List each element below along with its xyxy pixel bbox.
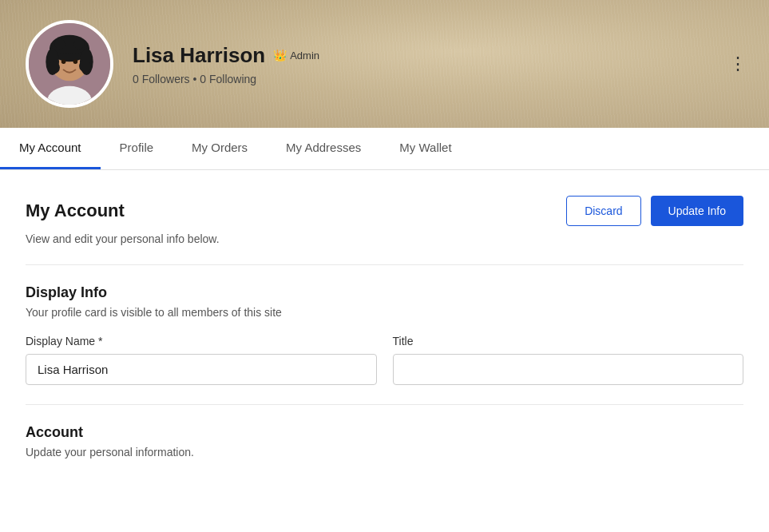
tab-my-wallet[interactable]: My Wallet [380, 128, 470, 169]
display-name-input[interactable] [26, 354, 377, 385]
more-icon: ⋮ [729, 54, 747, 73]
more-options-button[interactable]: ⋮ [723, 47, 753, 81]
avatar [26, 20, 113, 108]
admin-label: Admin [290, 50, 319, 62]
svg-point-10 [54, 38, 65, 49]
svg-point-11 [74, 38, 85, 49]
display-info-title: Display Info [26, 284, 743, 301]
tab-my-addresses[interactable]: My Addresses [267, 128, 380, 169]
user-name-container: Lisa Harrison 👑 Admin [133, 43, 319, 68]
account-section-title: Account [26, 424, 743, 441]
admin-badge: 👑 Admin [273, 49, 319, 62]
crown-icon: 👑 [273, 49, 287, 62]
title-label: Title [393, 335, 744, 347]
account-section: Account Update your personal information… [26, 424, 743, 459]
display-name-group: Display Name * [26, 335, 377, 385]
update-info-button[interactable]: Update Info [651, 196, 743, 226]
discard-button[interactable]: Discard [566, 196, 640, 226]
following-count: 0 Following [200, 73, 256, 85]
display-info-form-row: Display Name * Title [26, 335, 743, 385]
display-name-label: Display Name * [26, 335, 377, 347]
page-subtitle: View and edit your personal info below. [26, 232, 743, 245]
profile-banner: Lisa Harrison 👑 Admin 0 Followers • 0 Fo… [0, 0, 769, 128]
tab-my-orders[interactable]: My Orders [172, 128, 267, 169]
svg-point-8 [48, 62, 60, 73]
user-display-name: Lisa Harrison [133, 43, 265, 68]
user-info: Lisa Harrison 👑 Admin 0 Followers • 0 Fo… [133, 43, 319, 85]
title-group: Title [393, 335, 744, 385]
page-header: My Account Discard Update Info [26, 196, 743, 226]
divider-1 [26, 264, 743, 265]
svg-point-13 [73, 59, 78, 64]
tab-my-account[interactable]: My Account [0, 128, 101, 169]
divider-2 [26, 404, 743, 405]
followers-count: 0 Followers [133, 73, 190, 85]
main-content: My Account Discard Update Info View and … [0, 170, 769, 506]
account-section-subtitle: Update your personal information. [26, 446, 743, 459]
svg-point-12 [61, 59, 66, 64]
svg-point-9 [79, 60, 91, 72]
nav-tabs: My Account Profile My Orders My Addresse… [0, 128, 769, 170]
tab-profile[interactable]: Profile [101, 128, 173, 169]
page-title: My Account [26, 200, 125, 221]
title-input[interactable] [393, 354, 744, 385]
header-actions: Discard Update Info [566, 196, 743, 226]
stat-separator: • [192, 73, 196, 85]
user-stats: 0 Followers • 0 Following [133, 73, 319, 85]
display-info-subtitle: Your profile card is visible to all memb… [26, 306, 743, 319]
display-info-section: Display Info Your profile card is visibl… [26, 284, 743, 385]
